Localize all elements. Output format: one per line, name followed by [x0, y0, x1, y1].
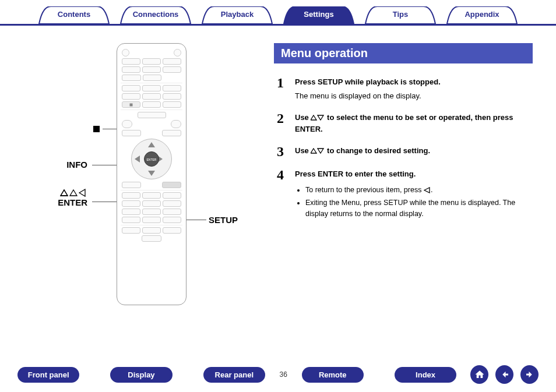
step-bullets: To return to the previous item, press . … [305, 185, 533, 220]
tab-label: Settings [304, 10, 333, 19]
step-text: Use to select the menu to be set or oper… [295, 112, 533, 135]
step-number: 4 [274, 168, 287, 181]
tab-connections[interactable]: Connections [115, 6, 196, 24]
dpad-up-icon [148, 142, 155, 147]
step-number: 3 [274, 145, 287, 158]
instructions-area: Menu operation 1 Press SETUP while playb… [274, 43, 539, 305]
arrow-right-icon [525, 369, 535, 380]
text-fragment: Use [295, 113, 311, 122]
top-nav: Contents Connections Playback Settings T… [0, 0, 556, 26]
arrow-left-icon [499, 369, 510, 380]
step-text: Press ENTER to enter the setting. [295, 168, 533, 180]
bottom-nav: Front panel Display Rear panel 36 Remote… [0, 365, 556, 384]
callout-line [185, 220, 206, 220]
up-down-icon [311, 148, 325, 154]
main-content: INFO ENTER SETUP [0, 26, 556, 305]
step-text: Press SETUP while playback is stopped. [295, 76, 533, 88]
tab-label: Tips [393, 10, 409, 19]
remote-button[interactable]: Remote [302, 367, 364, 383]
tab-playback[interactable]: Playback [196, 6, 278, 24]
step-number: 1 [274, 76, 287, 89]
remote-control: ENTER [117, 43, 186, 305]
info-button [122, 120, 132, 128]
home-icon [474, 369, 485, 380]
up-down-icon [311, 115, 325, 121]
rear-panel-button[interactable]: Rear panel [203, 367, 265, 383]
setup-button [162, 182, 181, 188]
text-fragment: To return to the previous item, press [305, 186, 424, 194]
tab-label: Playback [221, 10, 254, 19]
remote-diagram-area: INFO ENTER SETUP [17, 43, 262, 305]
step-2: 2 Use to select the menu to be set or op… [274, 112, 533, 135]
tab-appendix[interactable]: Appendix [441, 6, 523, 24]
step-text: Use to change to desired setting. [295, 145, 533, 157]
step-number: 2 [274, 112, 287, 125]
text-fragment: . [431, 186, 432, 194]
tab-settings[interactable]: Settings [278, 6, 360, 24]
display-button[interactable]: Display [110, 367, 172, 383]
tab-label: Appendix [464, 10, 499, 19]
enter-button: ENTER [144, 151, 159, 167]
step-4: 4 Press ENTER to enter the setting. To r… [274, 168, 533, 222]
nav-arrows-icon [59, 189, 87, 197]
bullet-item: To return to the previous item, press . [305, 185, 533, 196]
index-button[interactable]: Index [395, 367, 456, 383]
text-fragment: Use [295, 146, 311, 155]
dpad-left-icon [135, 156, 140, 163]
dpad-down-icon [148, 171, 155, 176]
home-button[interactable] [470, 365, 488, 384]
prev-page-button[interactable] [495, 365, 513, 384]
tab-label: Connections [133, 10, 179, 19]
tab-contents[interactable]: Contents [33, 6, 115, 24]
step-3: 3 Use to change to desired setting. [274, 145, 533, 158]
text-fragment: to change to desired setting. [325, 146, 430, 155]
setup-label: SETUP [209, 215, 238, 225]
text-fragment: to select the menu to be set or operated… [295, 113, 513, 133]
dpad: ENTER [131, 139, 172, 179]
page-number: 36 [272, 370, 295, 379]
stop-icon [93, 126, 100, 132]
left-icon [424, 187, 431, 193]
enter-label-group: ENTER [58, 189, 87, 209]
tab-tips[interactable]: Tips [360, 6, 441, 24]
step-sub: The menu is displayed on the display. [295, 90, 533, 102]
section-title: Menu operation [274, 43, 533, 63]
enter-text: ENTER [58, 197, 87, 207]
info-label: INFO [66, 160, 87, 169]
next-page-button[interactable] [520, 365, 539, 384]
tab-label: Contents [58, 10, 90, 19]
stop-button [122, 101, 140, 108]
step-1: 1 Press SETUP while playback is stopped.… [274, 76, 533, 101]
bullet-item: Exiting the Menu, press SETUP while the … [305, 197, 533, 220]
front-panel-button[interactable]: Front panel [17, 367, 79, 383]
